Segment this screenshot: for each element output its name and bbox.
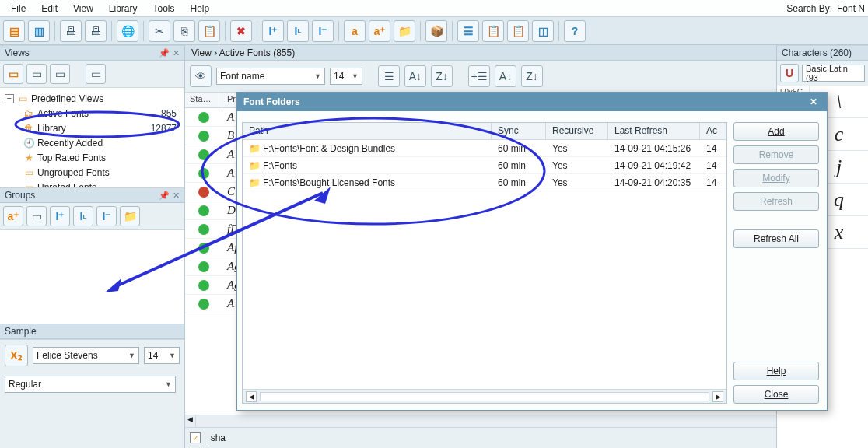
sort-az-icon[interactable]: A↓ (404, 65, 426, 87)
window-icon[interactable]: ◫ (532, 20, 554, 42)
remove-button[interactable]: Remove (733, 145, 819, 164)
scroll-left-icon[interactable]: ◀ (185, 415, 196, 427)
sample-style-combo[interactable]: Regular▼ (5, 376, 176, 393)
groups-body[interactable] (0, 230, 184, 324)
sort-za-icon[interactable]: Z↓ (431, 65, 453, 87)
folders-grid[interactable]: Path Sync Recursive Last Refresh Ac 📁F:\… (242, 122, 727, 404)
help-icon[interactable]: ? (564, 20, 586, 42)
copy-icon[interactable]: ⎘ (173, 20, 195, 42)
groups-il-icon[interactable]: IL (73, 206, 93, 226)
close-panel-icon[interactable]: ✕ (173, 191, 180, 201)
cut-icon[interactable]: ✂ (149, 20, 170, 42)
views-tree[interactable]: − ▭ Predefined Views 🗂Active Fonts855🗑Li… (0, 88, 184, 187)
menu-tools[interactable]: Tools (145, 2, 183, 16)
groups-folder-icon[interactable]: ▭ (26, 206, 47, 226)
unicode-icon[interactable]: U (780, 64, 799, 82)
folder-row[interactable]: 📁F:\Fonts60 minYes14-09-21 04:19:4214 (243, 157, 726, 174)
refresh-all-button[interactable]: Refresh All (733, 229, 819, 248)
view-item[interactable]: ▭Unrated Fonts (2, 180, 183, 187)
groups-folder2-icon[interactable]: 📁 (120, 206, 140, 226)
folder-row[interactable]: 📁F:\Fonts\Font & Design Bundles60 minYes… (243, 140, 726, 157)
install-minus-icon[interactable]: I⁻ (312, 20, 334, 42)
views-btn1-icon[interactable]: ▭ (3, 64, 23, 84)
tree-root-label: Predefined Views (31, 93, 103, 104)
col-last-refresh[interactable]: Last Refresh (608, 123, 700, 139)
menu-help[interactable]: Help (183, 2, 218, 16)
x-subscript-icon[interactable]: X₂ (5, 345, 28, 366)
search-by-label: Search By: (786, 3, 837, 14)
views-btn2-icon[interactable]: ▭ (26, 64, 47, 84)
fontsize-combo[interactable]: 14▼ (330, 68, 362, 85)
box-icon[interactable]: 📦 (425, 20, 447, 42)
folder-icon: 📁 (249, 143, 260, 154)
view-item-icon: 🗑 (23, 123, 34, 134)
save-icon[interactable]: ▤ (3, 20, 25, 42)
menu-file[interactable]: File (3, 2, 33, 16)
views-btn4-icon[interactable]: ▭ (86, 64, 106, 84)
char-range-combo[interactable]: Basic Latin (93 (802, 65, 865, 82)
group-za-icon[interactable]: Z↓ (521, 65, 543, 87)
group-plus-icon[interactable]: +☰ (468, 65, 490, 87)
col-path[interactable]: Path (243, 123, 492, 139)
list-mode-icon[interactable]: ☰ (378, 65, 400, 87)
letter-a-plus-icon[interactable]: a⁺ (369, 20, 390, 42)
save-alt-icon[interactable]: ▥ (28, 20, 50, 42)
groups-add-icon[interactable]: a⁺ (3, 206, 23, 226)
menu-edit[interactable]: Edit (33, 2, 65, 16)
menu-library[interactable]: Library (101, 2, 145, 16)
folder-row[interactable]: 📁F:\Fonts\Bought Licensed Fonts60 minYes… (243, 174, 726, 191)
col-sync[interactable]: Sync (492, 123, 546, 139)
font-preview: Af (222, 241, 237, 254)
web-icon[interactable]: 🌐 (117, 20, 138, 42)
folder-icon[interactable]: 📁 (394, 20, 415, 42)
view-item[interactable]: 🗑Library12877 (2, 121, 183, 135)
install-l-icon[interactable]: IL (287, 20, 309, 42)
pin-icon[interactable]: 📌 (159, 191, 170, 201)
sample-font-combo[interactable]: Felice Stevens▼ (33, 347, 139, 364)
scroll-left-icon[interactable]: ◀ (246, 391, 257, 402)
add-button[interactable]: Add (733, 122, 819, 141)
sample-size-combo[interactable]: 14▼ (144, 347, 180, 364)
paste-icon[interactable]: 📋 (198, 20, 220, 42)
col-status[interactable]: Sta… (185, 93, 222, 107)
groups-iplus-icon[interactable]: I⁺ (50, 206, 70, 226)
view-item[interactable]: ★Top Rated Fonts (2, 150, 183, 165)
menu-view[interactable]: View (65, 2, 101, 16)
view-item-icon: ▭ (23, 167, 34, 178)
dialog-titlebar[interactable]: Font Folders ✕ (237, 93, 827, 111)
views-btn3-icon[interactable]: ▭ (50, 64, 70, 84)
groups-toolbar: a⁺ ▭ I⁺ IL I⁻ 📁 (0, 203, 184, 230)
tree-root[interactable]: − ▭ Predefined Views (2, 91, 183, 106)
group-az-icon[interactable]: A↓ (495, 65, 516, 87)
clipboard-x-icon[interactable]: 📋 (507, 20, 529, 42)
close-panel-icon[interactable]: ✕ (173, 48, 180, 58)
groups-iminus-icon[interactable]: I⁻ (96, 206, 117, 226)
properties-icon[interactable]: ☰ (457, 20, 479, 42)
install-plus-icon[interactable]: I⁺ (262, 20, 284, 42)
help-button[interactable]: Help (733, 362, 819, 380)
close-button[interactable]: Close (733, 385, 819, 404)
eye-icon[interactable]: 👁 (190, 65, 212, 87)
letter-a-icon[interactable]: a (344, 20, 366, 42)
print-icon[interactable]: 🖶 (60, 20, 82, 42)
view-item[interactable]: 🕘Recently Added (2, 135, 183, 150)
clipboard-icon[interactable]: 📋 (482, 20, 504, 42)
refresh-button[interactable]: Refresh (733, 192, 819, 211)
sample-font-value: Felice Stevens (37, 350, 98, 361)
grid-scrollbar[interactable]: ◀ ▶ (243, 389, 726, 403)
view-item-count: 12877 (151, 123, 181, 134)
col-action[interactable]: Ac (700, 123, 726, 139)
col-recursive[interactable]: Recursive (546, 123, 608, 139)
fontname-combo[interactable]: Font name▼ (216, 68, 325, 85)
shared-checkbox[interactable]: ✓ (190, 432, 201, 443)
scroll-right-icon[interactable]: ▶ (712, 391, 723, 402)
view-item[interactable]: ▭Ungrouped Fonts (2, 165, 183, 180)
close-icon[interactable]: ✕ (807, 96, 821, 108)
modify-button[interactable]: Modify (733, 169, 819, 187)
print-preview-icon[interactable]: 🖶 (85, 20, 107, 42)
status-dot-icon (198, 280, 209, 291)
view-item[interactable]: 🗂Active Fonts855 (2, 106, 183, 121)
delete-icon[interactable]: ✖ (230, 20, 252, 42)
collapse-icon[interactable]: − (5, 94, 14, 103)
pin-icon[interactable]: 📌 (159, 48, 170, 58)
